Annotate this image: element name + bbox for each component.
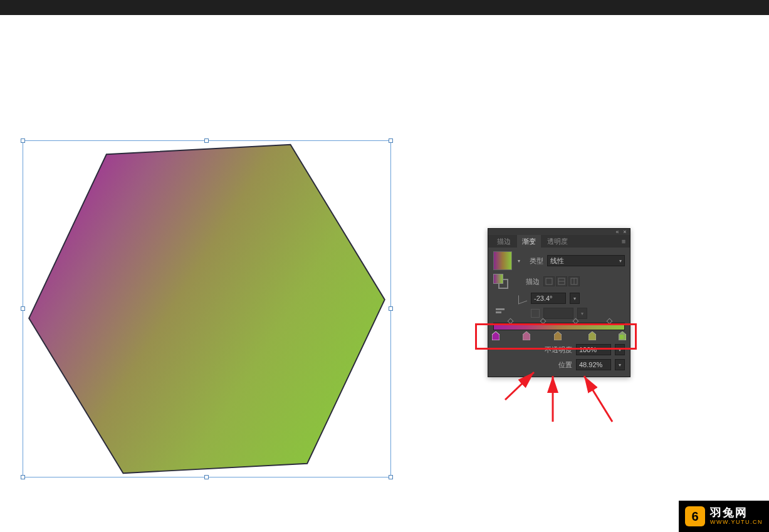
location-label: 位置 (537, 360, 572, 370)
gradient-stop-icon[interactable] (523, 331, 530, 340)
resize-handle-top-right[interactable] (389, 138, 393, 143)
svg-marker-6 (492, 331, 500, 340)
aspect-ratio-icon (496, 308, 506, 318)
gradient-midpoint[interactable] (607, 318, 613, 325)
svg-marker-8 (554, 331, 562, 340)
location-input[interactable]: 48.92% (576, 359, 611, 370)
type-select[interactable]: 线性 ▾ (547, 255, 625, 266)
resize-handle-bottom-right[interactable] (389, 475, 393, 479)
tab-stroke[interactable]: 描边 (492, 235, 516, 248)
delete-stop-icon[interactable] (617, 331, 626, 340)
aspect-dropdown-icon[interactable]: ▾ (577, 308, 587, 319)
location-value: 48.92% (579, 361, 602, 368)
stroke-label: 描边 (522, 277, 540, 286)
opacity-value: 100% (579, 346, 597, 353)
svg-line-16 (584, 376, 612, 422)
angle-value: -23.4° (534, 295, 552, 302)
gradient-stops-row[interactable] (493, 331, 625, 342)
resize-handle-top-left[interactable] (21, 138, 25, 143)
opacity-label: 不透明度 (537, 345, 572, 355)
watermark-text-en: WWW.YUTU.CN (710, 519, 763, 526)
app-title-bar (0, 0, 769, 15)
chevron-down-icon: ▾ (619, 258, 622, 264)
gradient-bar[interactable] (493, 323, 625, 330)
hexagon-svg (14, 131, 399, 487)
aspect-input[interactable] (543, 308, 573, 319)
gradient-stop-icon[interactable] (554, 331, 562, 340)
gradient-midpoint[interactable] (572, 318, 578, 325)
panel-tabs: 描边 渐变 透明度 ≡ (488, 235, 630, 248)
opacity-dropdown-icon[interactable]: ▾ (615, 344, 625, 355)
opacity-input[interactable]: 100% (576, 344, 611, 355)
svg-rect-11 (619, 334, 624, 340)
resize-handle-bottom-left[interactable] (21, 475, 25, 479)
watermark: 6 羽兔网 WWW.YUTU.CN (679, 501, 769, 532)
panel-options-icon[interactable]: ≡ (620, 237, 630, 245)
gradient-swatch-dropdown-icon[interactable]: ▾ (516, 251, 522, 270)
tab-gradient[interactable]: 渐变 (517, 235, 541, 248)
hexagon-shape[interactable] (14, 131, 399, 487)
watermark-logo-icon: 6 (685, 506, 705, 526)
svg-rect-1 (546, 278, 552, 284)
fill-stroke-toggle[interactable] (493, 274, 508, 289)
tab-transparency[interactable]: 透明度 (542, 235, 573, 248)
stroke-gradient-type-group (543, 276, 580, 286)
angle-icon (518, 292, 527, 304)
angle-dropdown-icon[interactable]: ▾ (570, 293, 580, 304)
type-value: 线性 (550, 256, 564, 266)
canvas[interactable]: « × 描边 渐变 透明度 ≡ ▾ 类型 线性 ▾ (0, 15, 769, 532)
svg-marker-0 (21, 140, 393, 478)
panel-collapse-icon[interactable]: « (614, 229, 621, 234)
panel-body: ▾ 类型 线性 ▾ 描边 (488, 248, 630, 377)
panel-window-bar[interactable]: « × (488, 229, 630, 235)
gradient-stop-icon[interactable] (492, 331, 500, 340)
gradient-midpoint[interactable] (507, 318, 513, 325)
gradient-slider[interactable] (493, 323, 625, 342)
stroke-within-icon[interactable] (543, 276, 555, 286)
fill-chip-icon[interactable] (493, 274, 503, 284)
svg-marker-9 (589, 331, 596, 340)
gradient-swatch[interactable] (493, 251, 512, 270)
angle-input[interactable]: -23.4° (531, 293, 566, 304)
gradient-midpoint[interactable] (540, 318, 546, 325)
stroke-along-icon[interactable] (556, 276, 567, 286)
location-dropdown-icon[interactable]: ▾ (615, 359, 625, 370)
aspect-link-icon[interactable] (531, 309, 540, 318)
type-label: 类型 (526, 256, 543, 266)
gradient-panel[interactable]: « × 描边 渐变 透明度 ≡ ▾ 类型 线性 ▾ (488, 228, 630, 377)
panel-close-icon[interactable]: × (621, 229, 629, 234)
gradient-stop-icon[interactable] (589, 331, 596, 340)
stroke-across-icon[interactable] (568, 276, 580, 286)
watermark-text-cn: 羽兔网 (710, 507, 763, 519)
svg-marker-7 (523, 331, 530, 340)
